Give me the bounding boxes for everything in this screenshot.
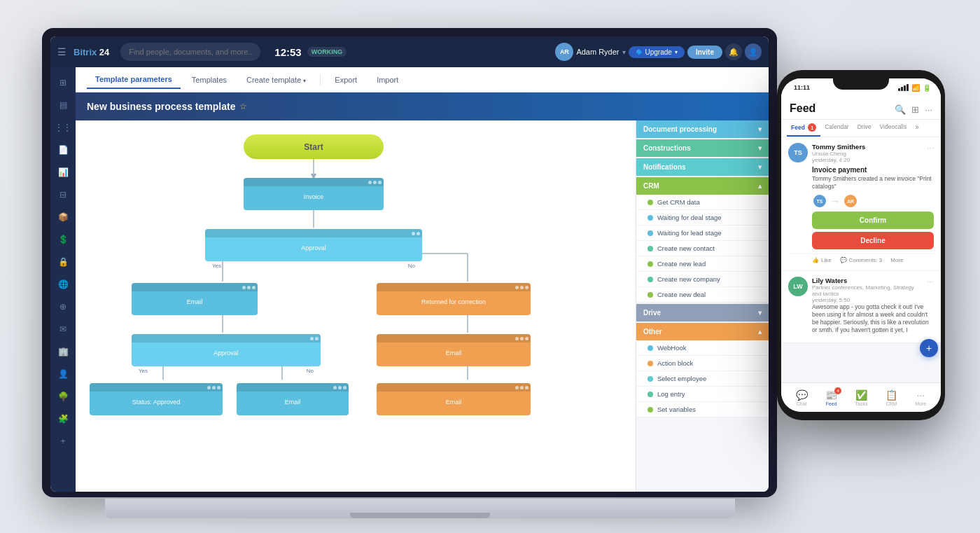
rp-section-notifications: Notifications ▾ xyxy=(636,158,769,176)
search-input[interactable] xyxy=(120,43,260,61)
rp-chevron-up-icon: ▴ xyxy=(758,182,762,190)
rp-item-log-entry[interactable]: Log entry xyxy=(636,387,769,402)
node-approval2[interactable]: Approval xyxy=(132,334,321,366)
phone-time: 11:11 xyxy=(794,84,810,91)
phone-nav-tasks[interactable]: ✅ Tasks xyxy=(855,389,868,406)
phone-tab-calendar[interactable]: Calendar xyxy=(820,120,853,137)
rp-header-notifications[interactable]: Notifications ▾ xyxy=(636,158,769,176)
sidebar-item-plus[interactable]: + xyxy=(53,431,73,451)
decline-button[interactable]: Decline xyxy=(812,232,934,249)
phone-tab-more[interactable]: » xyxy=(911,120,923,137)
phone-search-icon[interactable]: 🔍 xyxy=(895,104,906,115)
comments-icon: 💬 xyxy=(840,257,847,263)
sidebar-item-table[interactable]: ⊟ xyxy=(53,185,73,205)
tab-templates[interactable]: Templates xyxy=(183,71,235,88)
rp-item-create-lead[interactable]: Create new lead xyxy=(636,256,769,272)
node-email3[interactable]: Email xyxy=(237,383,349,415)
rp-item-create-deal[interactable]: Create new deal xyxy=(636,287,769,303)
hamburger-icon[interactable]: ☰ xyxy=(57,46,66,57)
phone-nav-more[interactable]: ··· More xyxy=(915,389,926,406)
node-topbar xyxy=(90,383,223,392)
sidebar-item-building[interactable]: 🏢 xyxy=(53,342,73,361)
confirm-button[interactable]: Confirm xyxy=(812,212,934,229)
rp-item-wait-lead[interactable]: Waiting for lead stage xyxy=(636,226,769,241)
phone-nav: 💬 Chat 📰 Feed ✅ Tasks 📋 CRM ··· Mor xyxy=(781,382,941,412)
node-dot xyxy=(520,337,524,340)
rp-header-constructions[interactable]: Constructions ▾ xyxy=(636,139,769,157)
rp-section-drive: Drive ▾ xyxy=(636,304,769,321)
fab-button[interactable]: + xyxy=(920,339,938,357)
rp-item-get-crm[interactable]: Get CRM data xyxy=(636,195,769,210)
rp-item-create-contact[interactable]: Create new contact xyxy=(636,241,769,256)
rp-item-action-block[interactable]: Action block xyxy=(636,356,769,371)
tab-import[interactable]: Import xyxy=(368,71,407,88)
sidebar-item-puzzle[interactable]: 🧩 xyxy=(53,409,73,429)
sidebar-item-home[interactable]: ⊞ xyxy=(53,73,73,92)
sidebar-item-grid[interactable]: ⋮⋮ xyxy=(53,118,73,137)
rp-header-drive[interactable]: Drive ▾ xyxy=(636,304,769,321)
phone-grid-icon[interactable]: ⊞ xyxy=(911,104,919,115)
sidebar-item-layers[interactable]: ⊕ xyxy=(53,297,73,317)
rp-item-create-company[interactable]: Create new company xyxy=(636,272,769,287)
node-returned[interactable]: Returned for correction xyxy=(377,283,531,315)
tab-export[interactable]: Export xyxy=(326,71,365,88)
sidebar-item-page[interactable]: 📄 xyxy=(53,140,73,160)
phone: 11:11 📶 🔋 Feed 🔍 xyxy=(777,70,945,420)
node-status-approved[interactable]: Status: Approved xyxy=(90,383,223,415)
rp-item-label: Create new deal xyxy=(657,291,706,298)
rp-item-wait-deal[interactable]: Waiting for deal stage xyxy=(636,210,769,226)
invite-button[interactable]: Invite xyxy=(687,46,722,59)
sidebar-item-globe[interactable]: 🌐 xyxy=(53,275,73,294)
node-dot xyxy=(515,386,519,389)
phone-nav-crm[interactable]: 📋 CRM xyxy=(886,389,897,406)
sidebar-item-lock[interactable]: 🔒 xyxy=(53,252,73,272)
post-more-icon[interactable]: ··· xyxy=(927,143,934,153)
tasks-nav-icon: ✅ xyxy=(855,389,867,401)
rp-header-doc[interactable]: Document processing ▾ xyxy=(636,120,769,138)
sidebar-item-tree[interactable]: 🌳 xyxy=(53,387,73,406)
sidebar-item-chart[interactable]: 📊 xyxy=(53,162,73,182)
laptop-screen-outer: ☰ Bitrix 24 12:53 WORKING AR Adam Ryder … xyxy=(42,28,777,497)
tab-create-template[interactable]: Create template ▾ xyxy=(238,71,314,88)
node-dot xyxy=(247,286,251,289)
sidebar-item-box[interactable]: 📦 xyxy=(53,207,73,227)
phone-nav-chat[interactable]: 💬 Chat xyxy=(796,389,808,406)
node-start[interactable]: Start xyxy=(244,134,384,159)
rp-chevron-icon: ▾ xyxy=(758,144,762,152)
phone-tab-drive[interactable]: Drive xyxy=(853,120,876,137)
node-topbar xyxy=(205,229,422,237)
post-more-icon[interactable]: ··· xyxy=(927,277,934,286)
like-action[interactable]: 👍 Like xyxy=(812,257,832,263)
tab-template-params[interactable]: Template parameters xyxy=(87,71,181,89)
node-email1[interactable]: Email xyxy=(132,283,258,315)
rp-item-set-variables[interactable]: Set variables xyxy=(636,402,769,417)
sidebar-item-dollar[interactable]: 💲 xyxy=(53,230,73,249)
comments-action[interactable]: 💬 Comments: 3 xyxy=(840,257,883,263)
phone-nav-feed[interactable]: 📰 Feed xyxy=(825,389,837,406)
node-invoice[interactable]: Invoice xyxy=(244,178,384,210)
workflow-canvas[interactable]: Start Invoice xyxy=(76,120,636,492)
profile-icon[interactable]: 👤 xyxy=(745,43,762,60)
sidebar-item-user[interactable]: 👤 xyxy=(53,364,73,384)
upgrade-button[interactable]: 🔷 Upgrade ▾ xyxy=(629,46,685,58)
phone-feed[interactable]: TS Tommy Smithers Ursula Cheng yesterday… xyxy=(781,137,941,382)
more-action[interactable]: More xyxy=(890,257,903,263)
rp-header-other[interactable]: Other ▴ xyxy=(636,323,769,340)
node-email2[interactable]: Email xyxy=(377,334,531,366)
phone-tab-feed[interactable]: Feed 1 xyxy=(787,120,820,137)
notifications-icon[interactable]: 🔔 xyxy=(725,43,742,60)
favorite-star-icon[interactable]: ☆ xyxy=(239,102,247,111)
rp-header-crm[interactable]: CRM ▴ xyxy=(636,177,769,195)
node-topbar xyxy=(377,283,531,291)
node-email4[interactable]: Email xyxy=(377,383,531,415)
rp-item-label: Select employee xyxy=(657,375,706,382)
phone-tab-videocalls[interactable]: Videocalls xyxy=(876,120,911,137)
sidebar-item-filter[interactable]: ▤ xyxy=(53,95,73,115)
rp-item-webhook[interactable]: WebHook xyxy=(636,340,769,356)
node-approval1[interactable]: Approval xyxy=(205,229,422,261)
rp-dot xyxy=(648,215,653,221)
rp-item-select-employee[interactable]: Select employee xyxy=(636,371,769,387)
rp-dot xyxy=(648,345,653,351)
phone-more-icon[interactable]: ··· xyxy=(925,104,932,115)
sidebar-item-mail[interactable]: ✉ xyxy=(53,319,73,339)
